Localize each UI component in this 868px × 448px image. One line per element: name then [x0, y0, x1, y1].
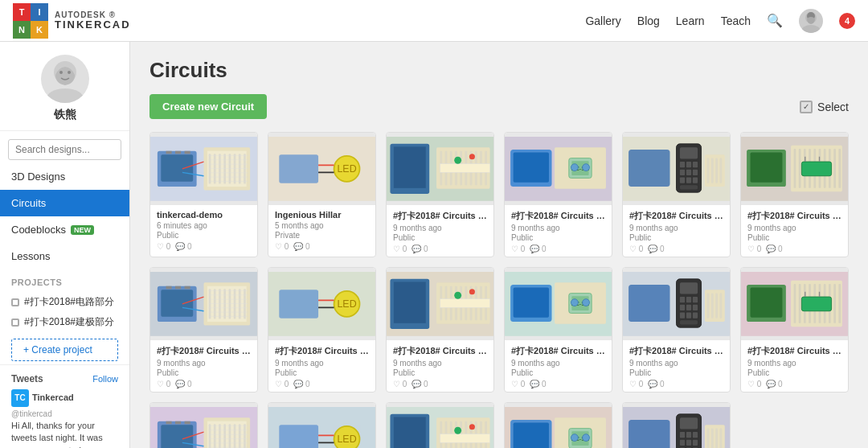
svg-rect-28 [209, 177, 248, 178]
circuit-card[interactable]: tinkercad-demo6 minutes agoPublic♡ 0💬 0 [149, 132, 258, 257]
comment-stat: 💬 0 [530, 245, 546, 253]
nav-teach[interactable]: Teach [721, 14, 751, 27]
circuit-card[interactable]: #打卡2018# Circuits 2 - 给L...9 months agoP… [386, 267, 494, 393]
svg-rect-211 [209, 434, 248, 435]
circuit-time: 9 months ago [629, 224, 723, 232]
svg-rect-88 [799, 149, 801, 188]
create-project-button[interactable]: + Create project [11, 339, 118, 361]
svg-rect-9 [161, 154, 193, 182]
circuit-stats: ♡ 0💬 0 [629, 245, 723, 253]
nav-blog[interactable]: Blog [637, 14, 660, 27]
svg-rect-97 [801, 162, 831, 176]
svg-rect-219 [279, 425, 318, 448]
svg-rect-257 [680, 440, 685, 446]
user-avatar[interactable] [799, 9, 823, 33]
project-label: #打卡2018#电路部分 [24, 295, 114, 309]
circuit-info: #打卡2018# Circuits 8 - Ard...9 months ago… [387, 205, 493, 257]
svg-rect-178 [751, 288, 783, 318]
svg-rect-52 [440, 164, 490, 173]
circuit-time: 9 months ago [747, 359, 841, 368]
project-dot [11, 298, 19, 306]
svg-rect-209 [209, 425, 248, 426]
circuit-card[interactable]: LED #打卡2018# Circuits 1 - 点亮...9 months … [268, 267, 376, 393]
logo-area[interactable]: T I N K AUTODESK ® TINKERCAD [13, 3, 131, 39]
circuit-thumbnail [623, 268, 730, 340]
circuit-meta: 9 months agoPublic♡ 0💬 0 [511, 359, 605, 388]
svg-rect-12 [185, 151, 190, 154]
circuit-visibility: Public [747, 368, 841, 377]
circuit-card[interactable]: LED Ingenious Hillar5 months agoPrivate♡… [268, 132, 376, 257]
like-stat: ♡ 0 [393, 245, 407, 253]
circuit-card[interactable]: HC-SR #打卡2018# Circuits 5 - 稳...9 months… [504, 402, 612, 448]
circuit-card[interactable]: #打卡2018# Circuits 15 - 红...9 months agoP… [622, 267, 731, 393]
circuit-card[interactable]: #打卡2018# Circuits 9 - 光...9 months agoPu… [149, 402, 258, 448]
main-content: Circuits Create new Circuit ✓ Select [130, 42, 868, 448]
layout: 铁熊 3D Designs Circuits Codeblocks NEW Le… [0, 42, 868, 448]
svg-rect-72 [686, 170, 691, 175]
svg-point-53 [454, 157, 461, 164]
svg-rect-255 [686, 432, 691, 438]
svg-rect-116 [209, 290, 248, 291]
circuit-thumbnail [387, 403, 493, 448]
circuit-card[interactable]: #打卡2018# Circuits 13 - 超...9 months agoP… [149, 267, 258, 393]
circuit-visibility: Public [629, 368, 723, 377]
sidebar-item-codeblocks[interactable]: Codeblocks NEW [0, 216, 129, 243]
circuit-card[interactable]: #打卡2018# Circuits 8 - Ard...9 months ago… [386, 132, 494, 257]
circuit-card[interactable]: #打卡2018# Circuits 8 - ...9 months agoPub… [622, 402, 731, 448]
comment-stat: 💬 0 [175, 242, 191, 251]
search-input[interactable] [8, 139, 121, 160]
circuit-stats: ♡ 0💬 0 [511, 245, 605, 253]
circuit-card[interactable]: #打卡2018# Circuits 11 - 人...9 months agoP… [622, 132, 731, 257]
circuit-time: 9 months ago [629, 359, 723, 368]
project-item-1[interactable]: #打卡2018#电路部分 [11, 292, 118, 312]
svg-rect-203 [219, 424, 221, 448]
follow-link[interactable]: Follow [92, 374, 118, 384]
search-icon[interactable]: 🔍 [767, 13, 783, 28]
svg-point-248 [571, 434, 578, 442]
circuit-info: #打卡2018# Circuits 2 - 给L...9 months agoP… [387, 340, 493, 392]
create-circuit-button[interactable]: Create new Circuit [149, 94, 267, 119]
sidebar-item-label: 3D Designs [11, 171, 65, 183]
page-title: Circuits [149, 58, 849, 83]
svg-rect-122 [209, 316, 248, 317]
sidebar-item-label: Codeblocks [11, 224, 66, 236]
sidebar: 铁熊 3D Designs Circuits Codeblocks NEW Le… [0, 42, 130, 448]
notification-badge[interactable]: 4 [839, 13, 855, 29]
sidebar-item-3d-designs[interactable]: 3D Designs [0, 163, 129, 190]
circuit-card[interactable]: #打卡2018# Circuits 10 - 说...9 months agoP… [740, 132, 849, 257]
svg-rect-103 [166, 286, 172, 290]
circuit-name: tinkercad-demo [157, 210, 251, 220]
circuit-card[interactable]: #打卡2018# Circuits 14 - 红...9 months agoP… [740, 267, 849, 393]
circuit-thumbnail [387, 133, 493, 205]
circuit-card[interactable]: HC-SR #打卡2018# Circuits 4 - 呼...9 months… [504, 132, 612, 257]
username: 铁熊 [54, 108, 76, 122]
like-stat: ♡ 0 [393, 380, 407, 388]
nav-learn[interactable]: Learn [676, 14, 705, 27]
circuit-meta: 6 minutes agoPublic♡ 0💬 0 [157, 221, 251, 251]
svg-rect-67 [680, 147, 698, 158]
svg-rect-25 [209, 164, 248, 165]
nav-gallery[interactable]: Gallery [585, 14, 620, 27]
svg-text:LED: LED [337, 434, 356, 445]
svg-rect-79 [707, 158, 710, 183]
circuit-card[interactable]: LED #打卡2018# Circuits 7 - Ard...9 months… [268, 402, 376, 448]
circuit-card[interactable]: #打卡2018# Circuits 6 - 蜂...9 months agoPu… [386, 402, 494, 448]
sidebar-item-lessons[interactable]: Lessons [0, 243, 129, 269]
circuit-stats: ♡ 0💬 0 [157, 380, 251, 388]
svg-rect-120 [209, 307, 248, 308]
sidebar-item-circuits[interactable]: Circuits [0, 190, 129, 216]
like-stat: ♡ 0 [157, 242, 170, 251]
circuit-card[interactable]: HC-SR #打卡2018# Circuits 16 - 超...9 month… [504, 267, 612, 393]
logo-cell-k: K [31, 21, 48, 39]
select-checkbox[interactable]: ✓ [800, 101, 813, 113]
svg-rect-165 [686, 305, 691, 310]
svg-rect-77 [680, 185, 698, 189]
project-item-2[interactable]: #打卡2018#建极部分 [11, 312, 118, 332]
select-area[interactable]: ✓ Select [800, 101, 849, 113]
svg-rect-76 [693, 178, 698, 183]
svg-rect-57 [514, 153, 549, 183]
svg-rect-80 [711, 158, 714, 183]
svg-point-63 [583, 164, 590, 171]
circuit-info: #打卡2018# Circuits 16 - 超...9 months agoP… [505, 340, 612, 392]
svg-rect-202 [214, 424, 216, 448]
